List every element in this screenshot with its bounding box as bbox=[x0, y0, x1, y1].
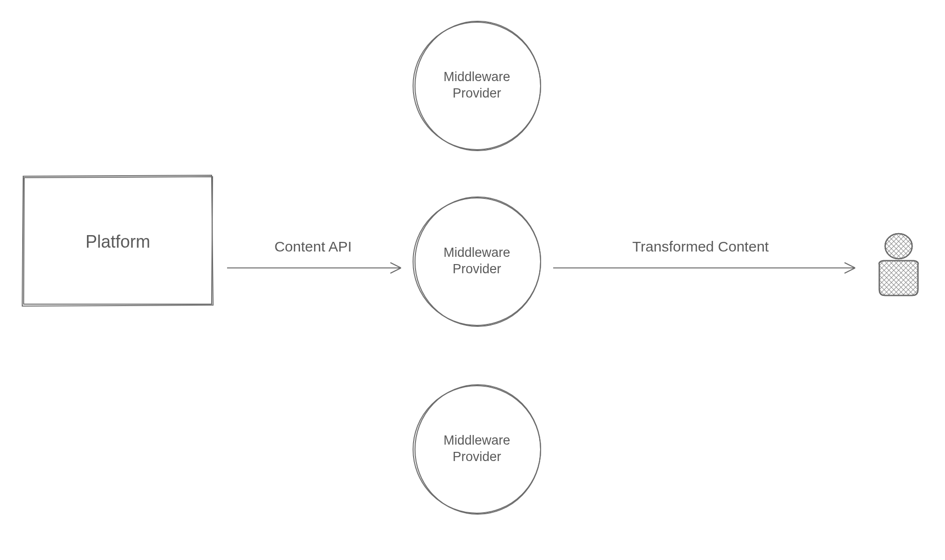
platform-label: Platform bbox=[23, 231, 213, 252]
arrow-transformed-content bbox=[553, 263, 855, 273]
diagram-canvas: Platform Middleware Provider Middleware … bbox=[0, 0, 945, 560]
arrow-content-api bbox=[227, 263, 401, 273]
middleware-top-label: Middleware Provider bbox=[413, 69, 541, 102]
middleware-middle-label: Middleware Provider bbox=[413, 245, 541, 278]
middleware-bottom-label: Middleware Provider bbox=[413, 433, 541, 465]
person-icon bbox=[879, 234, 918, 295]
arrow-transformed-content-label: Transformed Content bbox=[556, 238, 845, 256]
arrow-content-api-label: Content API bbox=[231, 238, 395, 256]
